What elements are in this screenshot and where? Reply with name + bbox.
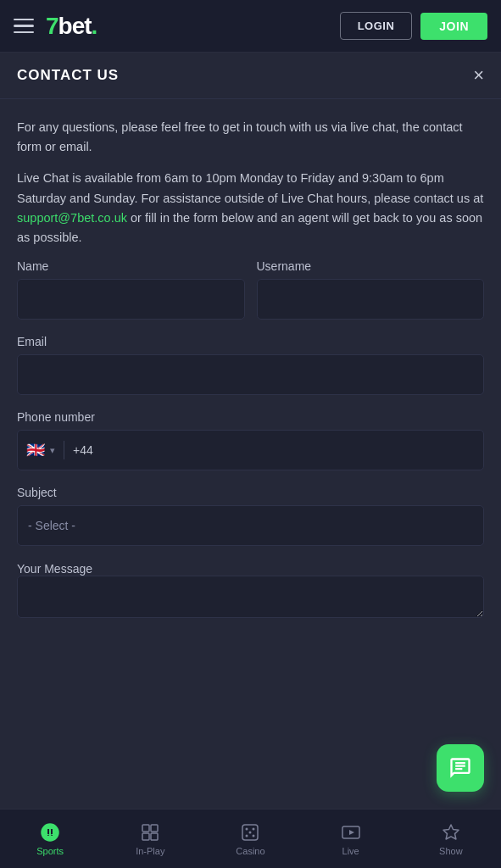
inplay-icon [140,822,160,843]
svg-point-6 [246,827,248,830]
login-button[interactable]: LOGIN [340,12,413,40]
nav-label-live: Live [342,846,359,856]
chat-icon [448,756,472,780]
svg-point-10 [249,831,252,833]
nav-item-sports[interactable]: Sports [20,822,80,856]
subject-group: Subject - Select - General enquiry Accou… [17,486,484,546]
header-left: 7bet. [14,13,97,40]
nav-item-show[interactable]: Show [421,822,481,856]
svg-point-7 [253,827,255,830]
close-button[interactable]: × [473,66,484,85]
logo-bet: bet [58,13,92,39]
svg-rect-3 [142,833,149,840]
nav-label-show: Show [439,846,463,856]
contact-header: CONTACT US × [0,53,501,99]
contact-title: CONTACT US [17,67,119,84]
username-group: Username [257,259,485,320]
message-textarea[interactable] [17,576,484,618]
svg-point-8 [246,834,248,837]
casino-icon [240,822,260,843]
live-icon [341,822,361,843]
nav-item-casino[interactable]: Casino [220,822,280,856]
svg-point-9 [253,834,255,837]
nav-item-inplay[interactable]: In-Play [120,822,180,856]
intro-text-2: Live Chat is available from 6am to 10pm … [17,169,484,248]
name-group: Name [17,259,245,320]
svg-rect-4 [151,833,158,840]
show-icon [441,822,461,843]
phone-prefix: +44 [73,443,93,457]
intro-text-1: For any questions, please feel free to g… [17,118,484,157]
name-input[interactable] [17,279,245,320]
phone-number-input[interactable] [98,443,475,457]
phone-group: Phone number 🇬🇧 ▾ +44 [17,410,484,470]
message-label: Your Message [17,562,92,576]
svg-marker-12 [349,830,354,835]
contact-content: For any questions, please feel free to g… [0,99,501,855]
message-section: Your Message [17,561,484,620]
phone-dropdown-arrow-icon[interactable]: ▾ [50,445,55,456]
nav-label-casino: Casino [236,846,264,856]
sports-icon [40,822,60,843]
logo: 7bet. [46,13,97,40]
bottom-nav: Sports In-Play Casino Live [0,809,501,868]
phone-flag: 🇬🇧 [26,441,45,459]
nav-label-sports: Sports [36,846,64,856]
name-username-row: Name Username [17,259,484,320]
hamburger-menu[interactable] [14,19,34,34]
phone-label: Phone number [17,410,484,424]
email-input[interactable] [17,354,484,395]
svg-rect-2 [151,825,158,832]
logo-dot: . [92,13,97,39]
join-button[interactable]: JOIN [420,13,487,40]
logo-seven: 7 [46,13,58,39]
header-right: LOGIN JOIN [340,12,487,40]
svg-rect-1 [142,825,149,832]
name-label: Name [17,259,245,273]
nav-label-inplay: In-Play [136,846,164,856]
email-group: Email [17,335,484,395]
header: 7bet. LOGIN JOIN [0,0,501,53]
subject-label: Subject [17,486,484,499]
support-email-link[interactable]: support@7bet.co.uk [17,211,127,225]
phone-divider [64,441,64,459]
intro-text-2-part1: Live Chat is available from 6am to 10pm … [17,171,483,204]
nav-item-live[interactable]: Live [321,822,381,856]
email-label: Email [17,335,484,348]
username-input[interactable] [257,279,485,320]
subject-select-wrapper: - Select - General enquiry Account issue… [17,505,484,546]
username-label: Username [257,259,485,273]
phone-input-wrapper: 🇬🇧 ▾ +44 [17,430,484,470]
live-chat-fab[interactable] [437,744,484,792]
subject-select[interactable]: - Select - General enquiry Account issue… [28,519,473,532]
